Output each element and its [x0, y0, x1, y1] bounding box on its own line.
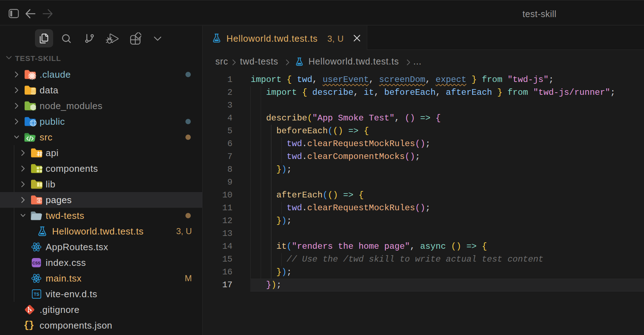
svg-text:TS: TS — [34, 292, 39, 297]
svg-text:CSS: CSS — [32, 261, 41, 265]
